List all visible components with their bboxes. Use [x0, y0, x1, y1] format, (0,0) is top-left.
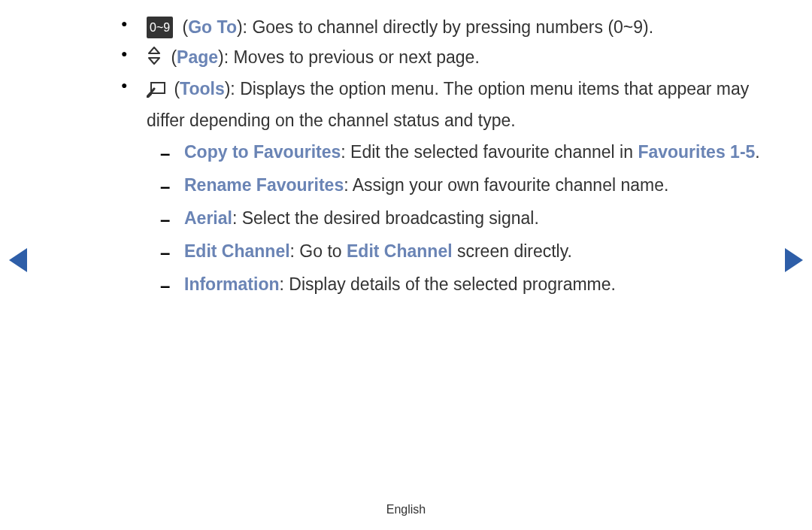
goto-desc: : Goes to channel directly by pressing n…: [243, 17, 654, 37]
edit-ch-pre: : Go to: [290, 241, 347, 261]
rename-fav-label: Rename Favourites: [184, 175, 344, 195]
bullet-item-page: (Page): Moves to previous or next page.: [117, 44, 771, 74]
tools-desc: : Displays the option menu. The option m…: [147, 79, 749, 130]
sub-item-copy-favourites: Copy to Favourites: Edit the selected fa…: [147, 138, 771, 167]
tools-sub-list: Copy to Favourites: Edit the selected fa…: [147, 138, 771, 299]
copy-fav-emph: Favourites 1-5: [638, 142, 755, 162]
sub-item-information: Information: Display details of the sele…: [147, 271, 771, 299]
aerial-label: Aerial: [184, 208, 232, 228]
copy-fav-pre: : Edit the selected favourite channel in: [341, 142, 638, 162]
edit-ch-label: Edit Channel: [184, 241, 290, 261]
nav-right-arrow[interactable]: [785, 248, 803, 272]
tools-label: Tools: [180, 79, 225, 98]
sub-item-rename-favourites: Rename Favourites: Assign your own favou…: [147, 171, 771, 200]
aerial-pre: : Select the desired broadcasting signal…: [232, 208, 539, 228]
tools-icon: [147, 78, 166, 107]
info-pre: : Display details of the selected progra…: [280, 274, 616, 294]
bullet-list: 0~9 (Go To): Goes to channel directly by…: [117, 14, 771, 298]
nav-left-arrow[interactable]: [9, 248, 27, 272]
footer-language: English: [0, 503, 812, 516]
page-label: Page: [177, 47, 218, 67]
sub-item-edit-channel: Edit Channel: Go to Edit Channel screen …: [147, 238, 771, 266]
goto-label: Go To: [188, 17, 237, 37]
sub-item-aerial: Aerial: Select the desired broadcasting …: [147, 204, 771, 233]
numbers-badge-icon: 0~9: [147, 17, 173, 38]
info-label: Information: [184, 274, 280, 294]
up-down-icon: [147, 45, 163, 74]
bullet-item-goto: 0~9 (Go To): Goes to channel directly by…: [117, 14, 771, 42]
manual-page: 0~9 (Go To): Goes to channel directly by…: [0, 0, 812, 530]
copy-fav-post: .: [755, 142, 759, 162]
bullet-item-tools: (Tools): Displays the option menu. The o…: [117, 75, 771, 299]
content-area: 0~9 (Go To): Goes to channel directly by…: [117, 14, 771, 303]
page-desc: : Moves to previous or next page.: [224, 47, 480, 67]
edit-ch-post: screen directly.: [453, 241, 572, 261]
edit-ch-emph: Edit Channel: [347, 241, 453, 261]
copy-fav-label: Copy to Favourites: [184, 142, 341, 162]
rename-fav-pre: : Assign your own favourite channel name…: [344, 175, 668, 195]
